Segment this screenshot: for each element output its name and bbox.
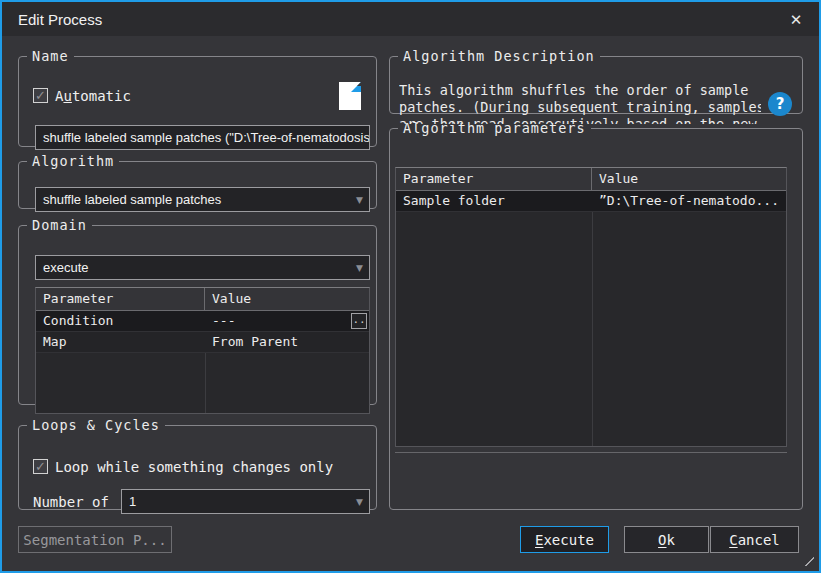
domain-group: Domain execute ▼ Parameter Value Conditi…	[18, 217, 377, 405]
cancel-button[interactable]: Cancel	[710, 526, 799, 553]
table-bottom-divider	[395, 452, 787, 453]
resize-grip[interactable]	[797, 549, 814, 566]
cell-parameter: Sample folder	[396, 191, 592, 211]
table-row[interactable]: Map From Parent	[36, 332, 369, 353]
algorithm-select[interactable]: shuffle labeled sample patches ▼	[35, 187, 370, 212]
domain-select[interactable]: execute ▼	[35, 255, 370, 280]
algorithm-parameters-table: Parameter Value Sample folder ”D:\Tree-o…	[395, 167, 787, 447]
column-header-value[interactable]: Value	[205, 288, 258, 310]
title-bar: Edit Process ✕	[2, 2, 819, 36]
chevron-down-icon: ▼	[356, 497, 363, 507]
column-header-value[interactable]: Value	[592, 168, 645, 190]
algorithm-parameters-label: Algorithm parameters	[398, 120, 591, 136]
column-header-parameter[interactable]: Parameter	[36, 288, 205, 310]
segmentation-button[interactable]: Segmentation P...	[18, 526, 172, 553]
name-group: Name ✓ Automatic shuffle labeled sample …	[18, 48, 377, 147]
name-group-label: Name	[27, 48, 74, 64]
check-icon: ✓	[35, 89, 46, 102]
chevron-down-icon: ▼	[356, 195, 363, 205]
domain-parameter-table: Parameter Value Condition --- .. Map Fro…	[35, 287, 370, 414]
ok-button[interactable]: Ok	[624, 526, 709, 553]
edit-process-dialog: Edit Process ✕ Name ✓ Automatic shuffle …	[0, 0, 821, 573]
cell-value: ---	[205, 311, 242, 331]
algorithm-description-label: Algorithm Description	[398, 48, 600, 64]
help-icon[interactable]: ?	[768, 92, 792, 116]
cell-value: From Parent	[205, 332, 305, 352]
close-icon[interactable]: ✕	[785, 9, 807, 31]
domain-select-value: execute	[43, 260, 89, 275]
table-row[interactable]: Condition --- ..	[36, 311, 369, 332]
execute-button[interactable]: Execute	[520, 526, 609, 553]
number-of-label: Number of	[33, 494, 109, 510]
automatic-checkbox[interactable]: ✓	[33, 88, 48, 103]
chevron-down-icon: ▼	[356, 263, 363, 273]
cell-parameter: Map	[36, 332, 205, 352]
number-of-value: 1	[129, 494, 136, 509]
dialog-title: Edit Process	[18, 11, 102, 28]
loops-cycles-group-label: Loops & Cycles	[27, 417, 165, 433]
new-document-icon[interactable]	[339, 82, 361, 110]
algorithm-description-text: This algorithm shuffles the order of sam…	[399, 82, 761, 124]
number-of-select[interactable]: 1 ▼	[121, 489, 370, 514]
column-header-parameter[interactable]: Parameter	[396, 168, 592, 190]
domain-group-label: Domain	[27, 217, 92, 233]
algorithm-description-group: Algorithm Description This algorithm shu…	[389, 48, 803, 114]
browse-button[interactable]: ..	[351, 313, 367, 329]
cell-value: ”D:\Tree-of-nematodo...	[592, 191, 786, 211]
automatic-checkbox-label: Automatic	[55, 88, 131, 104]
table-header: Parameter Value	[396, 168, 786, 191]
algorithm-group-label: Algorithm	[27, 153, 119, 169]
algorithm-parameters-group: Algorithm parameters Parameter Value Sam…	[389, 120, 803, 510]
cell-parameter: Condition	[36, 311, 205, 331]
table-row[interactable]: Sample folder ”D:\Tree-of-nematodo...	[396, 191, 786, 212]
process-name-input[interactable]: shuffle labeled sample patches ("D:\Tree…	[35, 125, 370, 150]
loops-cycles-group: Loops & Cycles ✓ Loop while something ch…	[18, 417, 377, 510]
algorithm-select-value: shuffle labeled sample patches	[43, 192, 221, 207]
check-icon: ✓	[35, 460, 46, 473]
loop-while-changes-checkbox[interactable]: ✓	[33, 459, 48, 474]
algorithm-group: Algorithm shuffle labeled sample patches…	[18, 153, 377, 209]
table-header: Parameter Value	[36, 288, 369, 311]
loop-while-changes-label: Loop while something changes only	[55, 459, 333, 475]
